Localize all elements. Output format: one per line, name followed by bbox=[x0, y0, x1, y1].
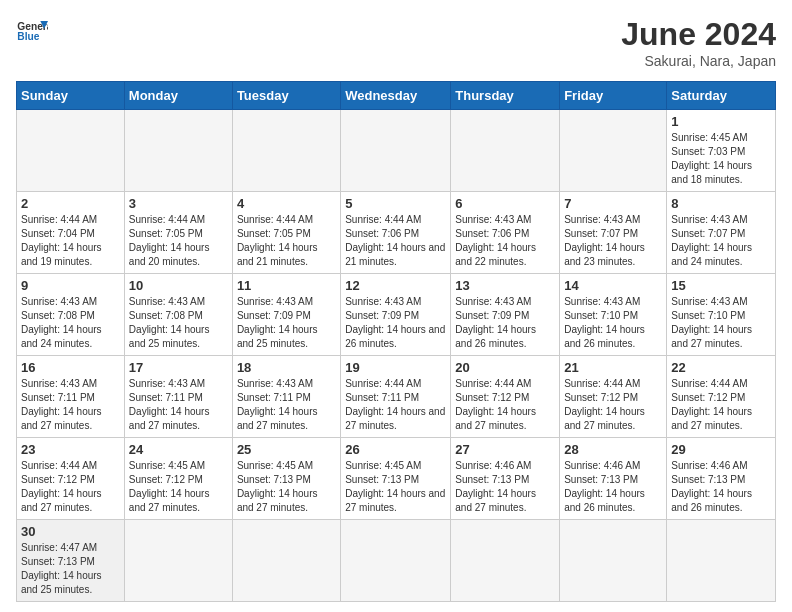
day-info: Sunrise: 4:43 AM Sunset: 7:06 PM Dayligh… bbox=[455, 213, 555, 269]
day-info: Sunrise: 4:46 AM Sunset: 7:13 PM Dayligh… bbox=[671, 459, 771, 515]
table-row: 11Sunrise: 4:43 AM Sunset: 7:09 PM Dayli… bbox=[232, 274, 340, 356]
table-row: 15Sunrise: 4:43 AM Sunset: 7:10 PM Dayli… bbox=[667, 274, 776, 356]
table-row: 21Sunrise: 4:44 AM Sunset: 7:12 PM Dayli… bbox=[560, 356, 667, 438]
day-info: Sunrise: 4:43 AM Sunset: 7:08 PM Dayligh… bbox=[21, 295, 120, 351]
day-number: 14 bbox=[564, 278, 662, 293]
day-number: 7 bbox=[564, 196, 662, 211]
table-row: 10Sunrise: 4:43 AM Sunset: 7:08 PM Dayli… bbox=[124, 274, 232, 356]
day-info: Sunrise: 4:43 AM Sunset: 7:09 PM Dayligh… bbox=[345, 295, 446, 351]
day-info: Sunrise: 4:44 AM Sunset: 7:12 PM Dayligh… bbox=[455, 377, 555, 433]
day-number: 9 bbox=[21, 278, 120, 293]
logo-icon: General Blue bbox=[16, 16, 48, 48]
table-row bbox=[232, 520, 340, 602]
table-row: 28Sunrise: 4:46 AM Sunset: 7:13 PM Dayli… bbox=[560, 438, 667, 520]
table-row bbox=[451, 520, 560, 602]
logo: General Blue bbox=[16, 16, 48, 48]
table-row bbox=[341, 110, 451, 192]
calendar-week-1: 2Sunrise: 4:44 AM Sunset: 7:04 PM Daylig… bbox=[17, 192, 776, 274]
table-row: 19Sunrise: 4:44 AM Sunset: 7:11 PM Dayli… bbox=[341, 356, 451, 438]
table-row bbox=[451, 110, 560, 192]
day-number: 15 bbox=[671, 278, 771, 293]
table-row: 24Sunrise: 4:45 AM Sunset: 7:12 PM Dayli… bbox=[124, 438, 232, 520]
day-number: 26 bbox=[345, 442, 446, 457]
table-row: 14Sunrise: 4:43 AM Sunset: 7:10 PM Dayli… bbox=[560, 274, 667, 356]
day-info: Sunrise: 4:43 AM Sunset: 7:11 PM Dayligh… bbox=[21, 377, 120, 433]
day-number: 29 bbox=[671, 442, 771, 457]
table-row: 8Sunrise: 4:43 AM Sunset: 7:07 PM Daylig… bbox=[667, 192, 776, 274]
title-block: June 2024 Sakurai, Nara, Japan bbox=[621, 16, 776, 69]
day-info: Sunrise: 4:44 AM Sunset: 7:12 PM Dayligh… bbox=[21, 459, 120, 515]
day-info: Sunrise: 4:45 AM Sunset: 7:13 PM Dayligh… bbox=[237, 459, 336, 515]
day-number: 16 bbox=[21, 360, 120, 375]
calendar-week-4: 23Sunrise: 4:44 AM Sunset: 7:12 PM Dayli… bbox=[17, 438, 776, 520]
calendar-week-2: 9Sunrise: 4:43 AM Sunset: 7:08 PM Daylig… bbox=[17, 274, 776, 356]
table-row bbox=[124, 520, 232, 602]
table-row: 6Sunrise: 4:43 AM Sunset: 7:06 PM Daylig… bbox=[451, 192, 560, 274]
calendar-body: 1Sunrise: 4:45 AM Sunset: 7:03 PM Daylig… bbox=[17, 110, 776, 602]
col-thursday: Thursday bbox=[451, 82, 560, 110]
day-info: Sunrise: 4:43 AM Sunset: 7:08 PM Dayligh… bbox=[129, 295, 228, 351]
col-sunday: Sunday bbox=[17, 82, 125, 110]
day-info: Sunrise: 4:44 AM Sunset: 7:05 PM Dayligh… bbox=[237, 213, 336, 269]
table-row: 16Sunrise: 4:43 AM Sunset: 7:11 PM Dayli… bbox=[17, 356, 125, 438]
table-row: 13Sunrise: 4:43 AM Sunset: 7:09 PM Dayli… bbox=[451, 274, 560, 356]
month-title: June 2024 bbox=[621, 16, 776, 53]
day-number: 23 bbox=[21, 442, 120, 457]
table-row bbox=[667, 520, 776, 602]
table-row: 9Sunrise: 4:43 AM Sunset: 7:08 PM Daylig… bbox=[17, 274, 125, 356]
day-info: Sunrise: 4:43 AM Sunset: 7:07 PM Dayligh… bbox=[671, 213, 771, 269]
day-number: 28 bbox=[564, 442, 662, 457]
day-number: 1 bbox=[671, 114, 771, 129]
day-number: 27 bbox=[455, 442, 555, 457]
day-number: 11 bbox=[237, 278, 336, 293]
table-row: 7Sunrise: 4:43 AM Sunset: 7:07 PM Daylig… bbox=[560, 192, 667, 274]
day-info: Sunrise: 4:46 AM Sunset: 7:13 PM Dayligh… bbox=[564, 459, 662, 515]
day-info: Sunrise: 4:44 AM Sunset: 7:12 PM Dayligh… bbox=[671, 377, 771, 433]
svg-text:Blue: Blue bbox=[17, 31, 39, 42]
table-row: 12Sunrise: 4:43 AM Sunset: 7:09 PM Dayli… bbox=[341, 274, 451, 356]
day-info: Sunrise: 4:45 AM Sunset: 7:12 PM Dayligh… bbox=[129, 459, 228, 515]
table-row: 3Sunrise: 4:44 AM Sunset: 7:05 PM Daylig… bbox=[124, 192, 232, 274]
col-wednesday: Wednesday bbox=[341, 82, 451, 110]
table-row: 1Sunrise: 4:45 AM Sunset: 7:03 PM Daylig… bbox=[667, 110, 776, 192]
day-number: 18 bbox=[237, 360, 336, 375]
table-row bbox=[560, 110, 667, 192]
col-friday: Friday bbox=[560, 82, 667, 110]
day-number: 2 bbox=[21, 196, 120, 211]
day-number: 19 bbox=[345, 360, 446, 375]
day-info: Sunrise: 4:43 AM Sunset: 7:10 PM Dayligh… bbox=[671, 295, 771, 351]
table-row bbox=[232, 110, 340, 192]
calendar-table: Sunday Monday Tuesday Wednesday Thursday… bbox=[16, 81, 776, 602]
table-row: 25Sunrise: 4:45 AM Sunset: 7:13 PM Dayli… bbox=[232, 438, 340, 520]
day-number: 13 bbox=[455, 278, 555, 293]
table-row: 29Sunrise: 4:46 AM Sunset: 7:13 PM Dayli… bbox=[667, 438, 776, 520]
day-info: Sunrise: 4:44 AM Sunset: 7:11 PM Dayligh… bbox=[345, 377, 446, 433]
table-row bbox=[341, 520, 451, 602]
day-info: Sunrise: 4:43 AM Sunset: 7:11 PM Dayligh… bbox=[129, 377, 228, 433]
col-saturday: Saturday bbox=[667, 82, 776, 110]
table-row: 23Sunrise: 4:44 AM Sunset: 7:12 PM Dayli… bbox=[17, 438, 125, 520]
day-number: 20 bbox=[455, 360, 555, 375]
day-info: Sunrise: 4:43 AM Sunset: 7:09 PM Dayligh… bbox=[455, 295, 555, 351]
day-number: 5 bbox=[345, 196, 446, 211]
day-number: 21 bbox=[564, 360, 662, 375]
calendar-week-0: 1Sunrise: 4:45 AM Sunset: 7:03 PM Daylig… bbox=[17, 110, 776, 192]
table-row: 30Sunrise: 4:47 AM Sunset: 7:13 PM Dayli… bbox=[17, 520, 125, 602]
day-number: 10 bbox=[129, 278, 228, 293]
day-info: Sunrise: 4:44 AM Sunset: 7:06 PM Dayligh… bbox=[345, 213, 446, 269]
day-info: Sunrise: 4:43 AM Sunset: 7:11 PM Dayligh… bbox=[237, 377, 336, 433]
col-tuesday: Tuesday bbox=[232, 82, 340, 110]
day-number: 3 bbox=[129, 196, 228, 211]
day-number: 12 bbox=[345, 278, 446, 293]
table-row bbox=[17, 110, 125, 192]
day-number: 22 bbox=[671, 360, 771, 375]
table-row: 26Sunrise: 4:45 AM Sunset: 7:13 PM Dayli… bbox=[341, 438, 451, 520]
day-info: Sunrise: 4:46 AM Sunset: 7:13 PM Dayligh… bbox=[455, 459, 555, 515]
table-row bbox=[560, 520, 667, 602]
table-row: 20Sunrise: 4:44 AM Sunset: 7:12 PM Dayli… bbox=[451, 356, 560, 438]
day-number: 25 bbox=[237, 442, 336, 457]
table-row: 4Sunrise: 4:44 AM Sunset: 7:05 PM Daylig… bbox=[232, 192, 340, 274]
day-info: Sunrise: 4:45 AM Sunset: 7:03 PM Dayligh… bbox=[671, 131, 771, 187]
calendar-header-row: Sunday Monday Tuesday Wednesday Thursday… bbox=[17, 82, 776, 110]
day-number: 4 bbox=[237, 196, 336, 211]
